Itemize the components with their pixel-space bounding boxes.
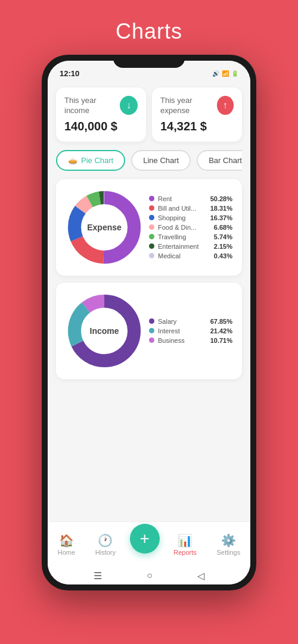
legend-pct: 6.68% — [214, 224, 232, 231]
income-amount: 140,000 $ — [64, 120, 138, 133]
nav-reports[interactable]: 📊 Reports — [167, 530, 203, 559]
income-card-title: This year income — [64, 96, 120, 116]
expense-card-header: This year expense ↑ — [160, 96, 234, 116]
chart-tabs: 🥧 Pie Chart Line Chart Bar Chart — [56, 150, 242, 171]
expense-card-title: This year expense — [160, 96, 217, 116]
status-time: 12:10 — [60, 69, 79, 78]
legend-item: Travelling 5.74% — [149, 233, 232, 240]
legend-name: Bill and Util... — [158, 205, 207, 212]
home-icon: 🏠 — [59, 533, 74, 548]
income-card: This year income ↓ 140,000 $ — [56, 87, 146, 142]
legend-pct: 2.15% — [214, 243, 232, 250]
settings-icon: ⚙️ — [221, 533, 236, 548]
legend-name: Entertainment — [158, 243, 210, 250]
legend-item: Food & Din... 6.68% — [149, 224, 232, 231]
summary-row: This year income ↓ 140,000 $ This year e… — [56, 87, 242, 142]
expense-chart-card: Expense Rent 50.28% Bill and Util... 18.… — [56, 179, 242, 276]
legend-dot — [149, 224, 154, 230]
legend-dot — [149, 215, 154, 220]
legend-item: Entertainment 2.15% — [149, 243, 232, 250]
legend-pct: 16.37% — [210, 214, 232, 221]
legend-item: Rent 50.28% — [149, 195, 232, 202]
phone-frame: 12:10 🔊 📶 🔋 This year income ↓ — [42, 55, 256, 590]
legend-name: Interest — [158, 327, 207, 334]
nav-fab-button[interactable]: + — [130, 524, 160, 554]
android-menu[interactable]: ☰ — [94, 570, 102, 582]
legend-name: Salary — [158, 318, 207, 325]
phone-screen: 12:10 🔊 📶 🔋 This year income ↓ — [48, 61, 250, 584]
nav-home[interactable]: 🏠 Home — [52, 530, 81, 559]
android-bar: ☰ ○ ◁ — [48, 567, 250, 584]
expense-legend: Rent 50.28% Bill and Util... 18.31% Shop… — [149, 195, 232, 260]
legend-dot — [149, 234, 154, 239]
expense-card: This year expense ↑ 14,321 $ — [152, 87, 242, 142]
income-donut: Income — [66, 292, 143, 370]
legend-name: Medical — [158, 252, 210, 260]
legend-name: Food & Din... — [158, 224, 210, 231]
legend-dot — [149, 205, 154, 211]
legend-pct: 10.71% — [210, 337, 232, 344]
legend-item: Shopping 16.37% — [149, 214, 232, 221]
legend-pct: 67.85% — [210, 318, 232, 325]
income-donut-label: Income — [89, 326, 119, 336]
legend-dot — [149, 253, 154, 258]
expense-icon: ↑ — [217, 96, 234, 115]
legend-dot — [149, 196, 154, 201]
history-icon: 🕐 — [98, 533, 113, 548]
notch — [113, 55, 185, 68]
legend-name: Shopping — [158, 214, 207, 221]
legend-pct: 18.31% — [210, 205, 232, 212]
legend-pct: 50.28% — [210, 195, 232, 202]
legend-dot — [149, 243, 154, 249]
android-back[interactable]: ◁ — [197, 570, 204, 582]
legend-pct: 5.74% — [214, 233, 232, 240]
android-home[interactable]: ○ — [147, 570, 153, 581]
reports-icon: 📊 — [178, 533, 193, 548]
legend-item: Bill and Util... 18.31% — [149, 205, 232, 212]
legend-dot — [149, 318, 154, 324]
expense-donut-label: Expense — [87, 223, 122, 232]
legend-item: Salary 67.85% — [149, 318, 232, 325]
legend-item: Medical 0.43% — [149, 252, 232, 260]
legend-pct: 0.43% — [214, 252, 232, 260]
income-card-header: This year income ↓ — [64, 96, 138, 116]
tab-line-chart[interactable]: Line Chart — [131, 150, 191, 171]
nav-settings[interactable]: ⚙️ Settings — [210, 530, 246, 559]
legend-name: Travelling — [158, 233, 210, 240]
legend-item: Business 10.71% — [149, 337, 232, 344]
legend-dot — [149, 337, 154, 343]
bottom-nav: 🏠 Home 🕐 History + 📊 Reports ⚙️ Settings — [48, 521, 250, 567]
income-icon: ↓ — [120, 96, 138, 115]
status-icons: 🔊 📶 🔋 — [212, 70, 238, 77]
legend-item: Interest 21.42% — [149, 327, 232, 334]
income-chart-card: Income Salary 67.85% Interest 21.42% Bus… — [56, 283, 242, 379]
pie-chart-icon: 🥧 — [68, 156, 77, 165]
content-area: This year income ↓ 140,000 $ This year e… — [48, 80, 250, 521]
nav-history[interactable]: 🕐 History — [89, 530, 122, 559]
expense-donut: Expense — [66, 189, 143, 266]
expense-amount: 14,321 $ — [160, 120, 234, 133]
page-title: Charts — [116, 19, 182, 44]
legend-name: Business — [158, 337, 207, 344]
income-legend: Salary 67.85% Interest 21.42% Business 1… — [149, 318, 232, 344]
legend-pct: 21.42% — [210, 327, 232, 334]
page-wrapper: Charts 12:10 🔊 📶 🔋 This year inco — [0, 0, 298, 644]
tab-pie-chart[interactable]: 🥧 Pie Chart — [56, 150, 125, 171]
legend-name: Rent — [158, 195, 207, 202]
legend-dot — [149, 328, 154, 333]
tab-bar-chart[interactable]: Bar Chart — [197, 150, 242, 171]
